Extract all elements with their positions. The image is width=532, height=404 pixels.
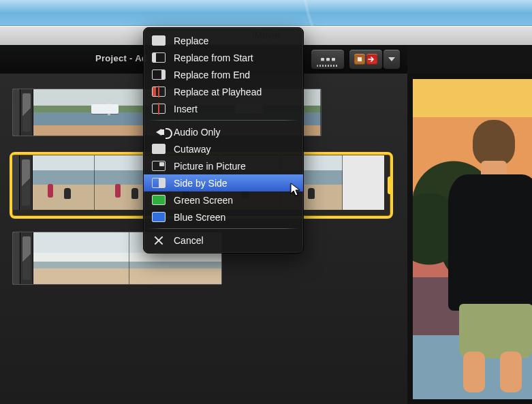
menu-item-label: Audio Only bbox=[174, 127, 220, 138]
menu-item-insert[interactable]: Insert bbox=[144, 100, 303, 117]
transition-icon[interactable] bbox=[20, 232, 33, 284]
menu-item-label: Blue Screen bbox=[174, 212, 225, 223]
preview-video-frame[interactable] bbox=[413, 79, 532, 399]
project-options-dropdown[interactable] bbox=[383, 49, 401, 69]
menu-item-cutaway[interactable]: Cutaway bbox=[144, 140, 303, 157]
insert-icon bbox=[152, 104, 166, 114]
thumb-dot-icon bbox=[332, 58, 335, 61]
transition-icon[interactable] bbox=[20, 155, 33, 210]
menu-item-label: Replace at Playhead bbox=[174, 87, 262, 97]
clip-start-cap bbox=[13, 89, 20, 136]
menu-item-replace[interactable]: Replace bbox=[144, 32, 303, 49]
menu-item-side-by-side[interactable]: Side by Side bbox=[144, 174, 303, 191]
share-well-button[interactable] bbox=[349, 49, 383, 69]
menu-item-label: Replace bbox=[174, 35, 208, 46]
thumb-dot-icon bbox=[326, 58, 330, 61]
replace-at-playhead-icon bbox=[152, 87, 166, 97]
audio-only-icon bbox=[152, 127, 166, 137]
replace-icon bbox=[152, 35, 166, 46]
drop-context-menu[interactable]: Replace Replace from Start Replace from … bbox=[143, 27, 304, 253]
side-by-side-icon bbox=[152, 178, 166, 188]
clip-ragged-edge-icon bbox=[321, 89, 322, 136]
thumb-dot-icon bbox=[321, 58, 324, 61]
clip-frame[interactable] bbox=[33, 155, 95, 210]
transition-icon[interactable] bbox=[20, 89, 33, 136]
menu-item-blue-screen[interactable]: Blue Screen bbox=[144, 208, 303, 226]
thumbstrip-icon bbox=[317, 65, 339, 67]
menu-item-label: Replace from End bbox=[174, 69, 250, 80]
menu-item-label: Side by Side bbox=[174, 178, 228, 189]
share-arrow-icon bbox=[366, 54, 377, 65]
menu-item-label: Green Screen bbox=[174, 195, 233, 206]
selection-handle[interactable] bbox=[388, 176, 392, 194]
blue-screen-icon bbox=[152, 212, 166, 222]
preview-figure-shape bbox=[440, 120, 532, 386]
menu-separator bbox=[148, 228, 299, 229]
clip-start-cap bbox=[12, 155, 20, 210]
menu-item-replace-from-end[interactable]: Replace from End bbox=[144, 66, 303, 83]
replace-from-end-icon bbox=[152, 69, 166, 80]
menu-item-cancel[interactable]: Cancel bbox=[144, 232, 303, 249]
green-screen-icon bbox=[152, 195, 166, 205]
menu-item-replace-at-playhead[interactable]: Replace at Playhead bbox=[144, 83, 303, 100]
clip-frame[interactable] bbox=[33, 232, 129, 284]
menu-item-picture-in-picture[interactable]: Picture in Picture bbox=[144, 157, 303, 174]
preview-panel bbox=[407, 45, 532, 404]
clip-start-cap bbox=[13, 232, 20, 284]
mouse-cursor-icon bbox=[290, 183, 301, 198]
menu-item-replace-from-start[interactable]: Replace from Start bbox=[144, 49, 303, 66]
cutaway-icon bbox=[152, 144, 166, 154]
menu-item-green-screen[interactable]: Green Screen bbox=[144, 191, 303, 208]
share-tile-icon bbox=[354, 54, 365, 65]
menu-item-label: Insert bbox=[174, 104, 198, 114]
picture-in-picture-icon bbox=[152, 161, 166, 171]
project-breadcrumb[interactable]: Project - Ad bbox=[95, 53, 147, 63]
chevron-down-icon bbox=[388, 57, 395, 61]
menu-separator bbox=[148, 120, 299, 121]
menu-item-label: Replace from Start bbox=[174, 52, 253, 63]
cancel-icon bbox=[152, 235, 166, 245]
menu-item-label: Cutaway bbox=[174, 144, 210, 155]
menu-item-audio-only[interactable]: Audio Only bbox=[144, 123, 303, 140]
menu-item-label: Picture in Picture bbox=[174, 161, 246, 172]
menu-item-label: Cancel bbox=[174, 235, 204, 246]
macos-menubar-background bbox=[0, 0, 532, 26]
thumbnail-size-button[interactable] bbox=[311, 49, 345, 69]
replace-from-start-icon bbox=[152, 52, 166, 63]
